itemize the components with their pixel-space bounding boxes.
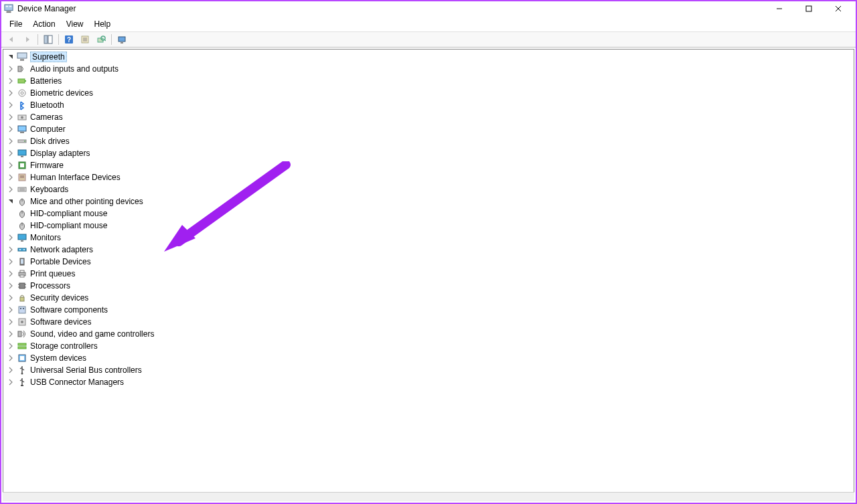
chevron-right-icon[interactable] (6, 329, 15, 339)
svg-rect-25 (25, 80, 26, 82)
tree-item-system[interactable]: System devices (3, 352, 854, 364)
tree-item-computer[interactable]: Computer (3, 123, 854, 135)
tree-item-camera[interactable]: Cameras (3, 111, 854, 123)
tree-item-label: Biometric devices (30, 88, 93, 98)
chevron-right-icon[interactable] (6, 161, 15, 170)
tree-item-network[interactable]: Network adapters (3, 244, 854, 256)
chevron-down-icon[interactable] (6, 197, 15, 206)
chevron-right-icon[interactable] (6, 377, 15, 387)
chevron-right-icon[interactable] (6, 185, 15, 194)
svg-rect-8 (44, 35, 48, 44)
tree-item-printer[interactable]: Print queues (3, 268, 854, 280)
chevron-right-icon[interactable] (6, 112, 15, 122)
tree-child-label: HID-compliant mouse (30, 221, 107, 230)
chevron-right-icon[interactable] (6, 173, 15, 182)
svg-rect-34 (18, 150, 26, 155)
help-button[interactable]: ? (62, 33, 76, 46)
chevron-right-icon[interactable] (6, 353, 15, 363)
show-hide-tree-button[interactable] (41, 33, 56, 46)
menu-file[interactable]: File (4, 18, 27, 30)
tree-item-hid[interactable]: Human Interface Devices (3, 171, 854, 183)
tree-item-processor[interactable]: Processors (3, 280, 854, 292)
tree-item-label: Software components (30, 305, 108, 315)
chevron-right-icon[interactable] (6, 76, 15, 86)
mouse-icon (17, 208, 27, 219)
window-title: Device Manager (17, 4, 76, 13)
maximize-button[interactable] (794, 1, 824, 16)
tree-item-mouse[interactable]: Mice and other pointing devices (3, 195, 854, 207)
chevron-right-icon[interactable] (6, 100, 15, 110)
properties-button[interactable] (78, 33, 92, 46)
tree-item-biometric[interactable]: Biometric devices (3, 87, 854, 99)
sound-icon (17, 329, 27, 339)
tree-item-bluetooth[interactable]: Bluetooth (3, 99, 854, 111)
tree-item-label: Network adapters (30, 245, 93, 254)
menu-bar: File Action View Help (1, 17, 856, 31)
svg-rect-52 (18, 248, 26, 251)
tree-item-label: USB Connector Managers (30, 377, 124, 387)
svg-rect-75 (20, 356, 24, 360)
processor-icon (17, 280, 27, 291)
tree-item-label: Cameras (30, 112, 63, 122)
tree-item-label: Universal Serial Bus controllers (30, 365, 142, 375)
chevron-right-icon[interactable] (6, 233, 15, 242)
tree-item-softwaredev[interactable]: Software devices (3, 316, 854, 328)
chevron-right-icon[interactable] (6, 281, 15, 290)
chevron-right-icon[interactable] (6, 149, 15, 158)
tree-item-battery[interactable]: Batteries (3, 75, 854, 87)
tree-item-usb[interactable]: Universal Serial Bus controllers (3, 364, 854, 376)
chevron-right-icon[interactable] (6, 88, 15, 98)
tree-item-firmware[interactable]: Firmware (3, 159, 854, 171)
svg-rect-41 (18, 187, 26, 191)
svg-rect-3 (9, 6, 12, 7)
menu-view[interactable]: View (61, 18, 89, 30)
close-button[interactable] (824, 1, 853, 16)
tree-item-display[interactable]: Display adapters (3, 147, 854, 159)
svg-point-76 (21, 373, 23, 375)
chevron-right-icon[interactable] (6, 269, 15, 278)
chevron-right-icon[interactable] (6, 245, 15, 254)
menu-help[interactable]: Help (89, 18, 116, 30)
minimize-button[interactable] (765, 1, 794, 16)
chevron-down-icon[interactable] (6, 52, 15, 62)
tree-item-audio[interactable]: Audio inputs and outputs (3, 63, 854, 75)
chevron-right-icon[interactable] (6, 124, 15, 134)
chevron-right-icon[interactable] (6, 293, 15, 303)
tree-item-label: Audio inputs and outputs (30, 64, 119, 74)
tree-item-sound[interactable]: Sound, video and game controllers (3, 328, 854, 340)
biometric-icon (17, 88, 27, 98)
tree-root[interactable]: Supreeth (3, 51, 854, 63)
tree-item-usbconn[interactable]: USB Connector Managers (3, 376, 854, 388)
svg-rect-24 (18, 79, 25, 83)
chevron-right-icon[interactable] (6, 257, 15, 266)
battery-icon (17, 76, 27, 86)
tree-item-storage[interactable]: Storage controllers (3, 340, 854, 352)
svg-rect-60 (19, 283, 25, 288)
scan-hardware-button[interactable] (94, 33, 108, 46)
menu-action[interactable]: Action (27, 18, 60, 30)
chevron-right-icon[interactable] (6, 365, 15, 375)
svg-rect-56 (21, 259, 23, 264)
tree-item-keyboard[interactable]: Keyboards (3, 183, 854, 195)
svg-rect-77 (21, 385, 23, 386)
svg-rect-51 (21, 240, 23, 242)
chevron-right-icon[interactable] (6, 341, 15, 351)
chevron-right-icon[interactable] (6, 317, 15, 327)
svg-rect-20 (121, 42, 123, 44)
tree-item-disk[interactable]: Disk drives (3, 135, 854, 147)
tree-child-mouse[interactable]: HID-compliant mouse (3, 207, 854, 220)
tree-item-label: Mice and other pointing devices (30, 197, 143, 206)
tree-item-security[interactable]: Security devices (3, 292, 854, 304)
tree-item-monitor[interactable]: Monitors (3, 232, 854, 244)
devices-button[interactable] (114, 33, 129, 46)
chevron-right-icon[interactable] (6, 305, 15, 315)
chevron-right-icon[interactable] (6, 64, 15, 74)
svg-rect-73 (18, 347, 26, 349)
monitor-icon (17, 232, 27, 243)
svg-rect-23 (18, 66, 21, 72)
tree-item-portable[interactable]: Portable Devices (3, 256, 854, 268)
tree-child-mouse[interactable]: HID-compliant mouse (3, 220, 854, 232)
svg-text:?: ? (67, 36, 71, 44)
chevron-right-icon[interactable] (6, 137, 15, 146)
tree-item-software[interactable]: Software components (3, 304, 854, 316)
